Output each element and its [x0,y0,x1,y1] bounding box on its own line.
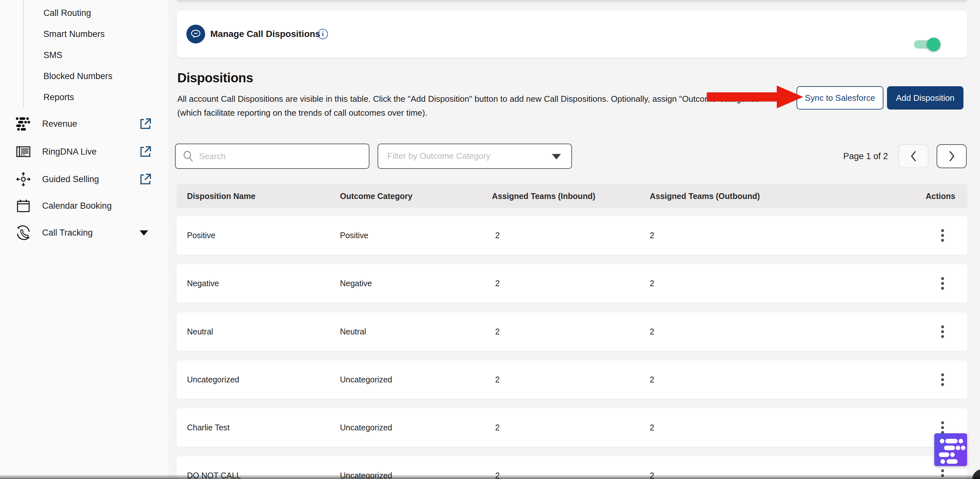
sidebar-item-blocked-numbers[interactable]: Blocked Numbers [43,70,113,83]
cell-inbound-teams: 2 [495,264,500,303]
sidebar-item-label: Calendar Booking [42,201,112,211]
chevron-down-icon [552,154,561,159]
cell-inbound-teams: 2 [495,456,500,479]
sync-to-salesforce-button[interactable]: Sync to Salesforce [797,86,883,110]
cell-disposition-name: DO NOT CALL [187,456,241,479]
cell-inbound-teams: 2 [495,360,500,399]
manage-dispositions-card: Manage Call Dispositions i [177,10,967,58]
table-row: Neutral Neutral 2 2 [177,312,967,351]
newspaper-icon [16,144,31,159]
sidebar-item-call-tracking[interactable]: Call Tracking [0,219,169,246]
cell-disposition-name: Uncategorized [187,360,239,399]
search-icon [183,151,194,162]
column-header-outcome-category: Outcome Category [340,185,412,208]
cell-outcome-category: Negative [340,264,372,303]
top-card-shadow [177,0,967,4]
external-link-icon[interactable] [139,173,152,185]
page-description-line2: (which facilitate reporting on the trend… [177,106,762,120]
table-row: Negative Negative 2 2 [177,264,967,303]
cell-outbound-teams: 2 [650,456,654,479]
row-actions-kebab-icon[interactable] [936,226,949,245]
app: Call Routing Smart Numbers SMS Blocked N… [0,0,980,479]
sidebar: Call Routing Smart Numbers SMS Blocked N… [0,0,169,479]
page-indicator: Page 1 of 2 [843,143,888,169]
cell-disposition-name: Neutral [187,312,213,351]
sidebar-item-label: RingDNA Live [42,147,97,157]
sidebar-item-sms[interactable]: SMS [43,49,62,62]
page-title: Dispositions [177,71,253,85]
sidebar-item-ringdna-live[interactable]: RingDNA Live [0,138,169,165]
external-link-icon[interactable] [139,118,152,130]
revenue-morse-logo-icon [934,433,967,466]
revenue-morse-icon [16,116,31,132]
page-description-line1: All account Call Dispositions are visibl… [177,92,762,106]
cell-outcome-category: Uncategorized [340,456,392,479]
cell-outbound-teams: 2 [650,264,654,303]
manage-dispositions-label: Manage Call Dispositions [210,10,320,58]
search-input[interactable] [198,145,362,167]
outcome-filter-select[interactable]: Filter by Outcome Category [377,143,572,169]
table-row: Charlie Test Uncategorized 2 2 [177,408,967,447]
prev-page-button[interactable] [898,144,929,168]
cell-inbound-teams: 2 [495,216,500,255]
cell-outbound-teams: 2 [650,408,654,447]
revenue-logo-fab[interactable] [934,433,967,466]
cell-outbound-teams: 2 [650,216,654,255]
next-page-button[interactable] [937,144,967,168]
cell-outcome-category: Neutral [340,312,366,351]
page-description: All account Call Dispositions are visibl… [177,92,762,120]
column-header-disposition-name: Disposition Name [187,185,255,208]
cell-outcome-category: Uncategorized [340,408,392,447]
cell-inbound-teams: 2 [495,408,500,447]
search-input-wrapper [175,143,369,169]
toggle-knob [927,38,940,51]
main-content: Manage Call Dispositions i Dispositions … [177,0,967,479]
sidebar-item-revenue[interactable]: Revenue [0,110,169,137]
sidebar-item-call-routing[interactable]: Call Routing [43,6,91,19]
table-header: Disposition Name Outcome Category Assign… [177,185,967,208]
cell-disposition-name: Negative [187,264,219,303]
table-row: Uncategorized Uncategorized 2 2 [177,360,967,399]
column-header-assigned-outbound: Assigned Teams (Outbound) [650,185,760,208]
sidebar-item-label: Guided Selling [42,174,99,185]
table-row: Positive Positive 2 2 [177,216,967,255]
sidebar-item-guided-selling[interactable]: Guided Selling [0,166,169,193]
corner-widget-partial[interactable] [972,469,980,479]
row-actions-kebab-icon[interactable] [936,274,949,293]
add-disposition-button[interactable]: Add Disposition [887,86,964,110]
row-actions-kebab-icon[interactable] [936,467,949,479]
column-header-assigned-inbound: Assigned Teams (Inbound) [492,185,595,208]
subnav-indent-line [23,0,24,108]
manage-dispositions-toggle[interactable] [914,40,939,49]
cell-inbound-teams: 2 [495,312,500,351]
row-actions-kebab-icon[interactable] [936,323,949,341]
cell-disposition-name: Charlie Test [187,408,230,447]
speech-bubble-icon [186,25,205,43]
table-row: DO NOT CALL Uncategorized 2 2 [177,456,967,479]
cell-outcome-category: Positive [340,216,369,255]
info-icon[interactable]: i [318,29,328,39]
filter-placeholder: Filter by Outcome Category [387,144,490,168]
cell-disposition-name: Positive [187,216,215,255]
cell-outbound-teams: 2 [650,312,654,351]
sidebar-item-label: Revenue [42,119,77,129]
cell-outbound-teams: 2 [650,360,654,399]
row-actions-kebab-icon[interactable] [936,371,949,389]
phone-sync-icon [16,225,31,240]
sidebar-item-label: Call Tracking [42,228,93,238]
move-icon [16,172,31,187]
external-link-icon[interactable] [139,145,152,158]
chevron-down-icon[interactable] [140,231,148,236]
chevron-right-icon [948,151,955,162]
calendar-icon [16,198,31,213]
chevron-left-icon [910,151,917,162]
sidebar-item-calendar-booking[interactable]: Calendar Booking [0,192,169,220]
cell-outcome-category: Uncategorized [340,360,392,399]
column-header-actions: Actions [926,185,955,208]
sidebar-item-smart-numbers[interactable]: Smart Numbers [43,27,105,40]
sidebar-item-reports[interactable]: Reports [43,91,74,104]
